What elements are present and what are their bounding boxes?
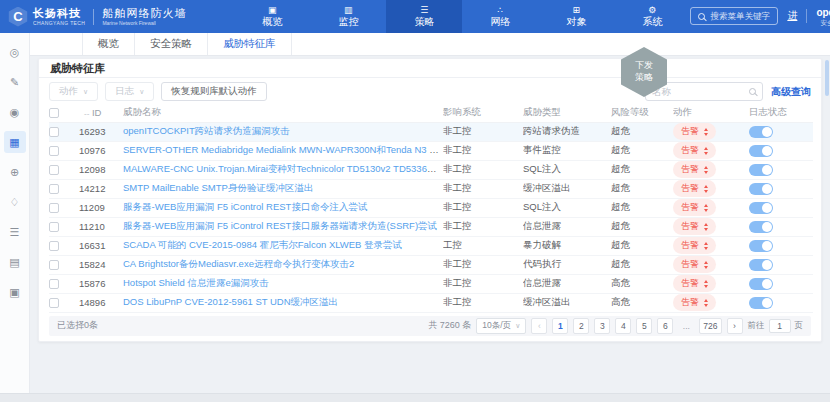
log-toggle[interactable] [749,164,773,176]
spinner-arrows-icon[interactable] [704,299,708,307]
log-toggle[interactable] [749,221,773,233]
log-toggle[interactable] [749,202,773,214]
threat-name-link[interactable]: CA Brightstor备份Mediasvr.exe远程命令执行变体攻击2 [123,258,354,269]
divider [93,9,94,25]
risk-level: 超危 [611,236,673,255]
goto-page-input[interactable] [769,319,791,333]
next-page-button[interactable]: › [727,318,743,334]
spinner-arrows-icon[interactable] [704,166,708,174]
nav-item-monitor[interactable]: ▥ 监控 [310,0,386,33]
action-select[interactable]: 告警 [673,237,716,254]
product-block: 船舶网络防火墙 Marine Network Firewall [102,7,186,26]
affected-system: 非工控 [443,141,523,160]
scrollbar-thumb[interactable] [825,60,829,96]
threat-name-link[interactable]: SERVER-OTHER Mediabridge Medialink MWN-W… [123,144,443,155]
sidebar-item-book[interactable]: ▤ [4,251,26,273]
nav-item-system[interactable]: ⚙ 系统 [614,0,690,33]
page-button-3[interactable]: 3 [594,318,610,334]
restore-default-button[interactable]: 恢复规则库默认动作 [161,82,267,101]
action-select[interactable]: 告警 [673,180,716,197]
threat-name-link[interactable]: MALWARE-CNC Unix.Trojan.Mirai变种对Technico… [123,163,443,174]
row-checkbox[interactable] [49,146,59,156]
search-icon [698,13,705,20]
page-button-2[interactable]: 2 [573,318,589,334]
log-dropdown-button[interactable]: 日志 ∨ [105,82,154,101]
action-select[interactable]: 告警 [673,256,716,273]
user-menu[interactable]: operator 安全操作员 [816,7,830,27]
row-checkbox[interactable] [49,184,59,194]
row-checkbox[interactable] [49,203,59,213]
quick-link[interactable]: 进 [787,9,797,23]
page-size-select[interactable]: 10条/页 ∨ [476,318,526,334]
tab-threat-library[interactable]: 威胁特征库 [208,33,292,55]
threat-name-link[interactable]: Hotspot Shield 信息泄露e漏洞攻击 [123,277,269,288]
menu-search[interactable] [690,7,778,25]
action-select[interactable]: 告警 [673,218,716,235]
action-select[interactable]: 告警 [673,161,716,178]
sidebar-item-shield[interactable]: ♢ [4,191,26,213]
sidebar-item-compass[interactable]: ◎ [4,41,26,63]
nav-item-objects[interactable]: ⊞ 对象 [538,0,614,33]
log-toggle[interactable] [749,183,773,195]
page-button-726[interactable]: 726 [699,318,721,334]
log-toggle[interactable] [749,297,773,309]
threat-type: 信息泄露 [523,274,611,293]
page-button-5[interactable]: 5 [636,318,652,334]
menu-search-input[interactable] [710,11,770,21]
col-affected-system: 影响系统 [443,103,523,122]
page-ellipsis[interactable]: ... [678,318,694,334]
page-button-4[interactable]: 4 [615,318,631,334]
sidebar-item-target[interactable]: ⊕ [4,161,26,183]
log-toggle[interactable] [749,259,773,271]
tab-overview[interactable]: 概览 [82,33,135,55]
name-search-input[interactable] [652,86,745,97]
spinner-arrows-icon[interactable] [704,147,708,155]
spinner-arrows-icon[interactable] [704,185,708,193]
action-dropdown-button[interactable]: 动作 ∨ [49,82,98,101]
spinner-arrows-icon[interactable] [704,223,708,231]
sidebar-item-layers[interactable]: ☰ [4,221,26,243]
row-checkbox[interactable] [49,127,59,137]
log-toggle[interactable] [749,240,773,252]
row-checkbox[interactable] [49,222,59,232]
log-toggle[interactable] [749,145,773,157]
sidebar-item-grid[interactable]: ▦ [4,131,26,153]
log-toggle[interactable] [749,126,773,138]
nav-item-policy[interactable]: ☰ 策略 [386,0,462,33]
action-select[interactable]: 告警 [673,123,716,140]
spinner-arrows-icon[interactable] [704,128,708,136]
action-select[interactable]: 告警 [673,199,716,216]
select-all-checkbox[interactable] [49,108,59,118]
action-select[interactable]: 告警 [673,142,716,159]
threat-name-link[interactable]: SMTP MailEnable SMTP身份验证缓冲区溢出 [123,182,313,193]
advanced-query-link[interactable]: 高级查询 [771,85,811,99]
threat-name-link[interactable]: SCADA 可能的 CVE-2015-0984 霍尼韦尔Falcon XLWEB… [123,239,402,250]
sidebar-item-tools[interactable]: ✎ [4,71,26,93]
spinner-arrows-icon[interactable] [704,204,708,212]
row-checkbox[interactable] [49,279,59,289]
log-toggle[interactable] [749,278,773,290]
action-select[interactable]: 告警 [673,275,716,292]
row-checkbox[interactable] [49,260,59,270]
divider [806,9,807,23]
row-checkbox[interactable] [49,165,59,175]
row-checkbox[interactable] [49,298,59,308]
threat-name-link[interactable]: DOS LibuPnP CVE-2012-5961 ST UDN缓冲区溢出 [123,296,338,307]
spinner-arrows-icon[interactable] [704,280,708,288]
action-select[interactable]: 告警 [673,294,716,311]
sidebar-item-globe[interactable]: ◉ [4,101,26,123]
threat-id: 16631 [79,236,123,255]
sidebar-item-report[interactable]: ▣ [4,281,26,303]
page-button-6[interactable]: 6 [657,318,673,334]
threat-name-link[interactable]: openITCOCKPIT跨站请求伪造漏洞攻击 [123,125,290,136]
spinner-arrows-icon[interactable] [704,261,708,269]
threat-name-link[interactable]: 服务器-WEB应用漏洞 F5 iControl REST接口命令注入尝试 [123,201,367,212]
tab-security-policy[interactable]: 安全策略 [135,33,208,55]
nav-item-overview[interactable]: ▣ 概览 [234,0,310,33]
threat-name-link[interactable]: 服务器-WEB应用漏洞 F5 iControl REST接口服务器端请求伪造(S… [123,220,437,231]
row-checkbox[interactable] [49,241,59,251]
nav-item-network[interactable]: ∴ 网络 [462,0,538,33]
page-button-1[interactable]: 1 [552,318,568,334]
prev-page-button[interactable]: ‹ [531,318,547,334]
spinner-arrows-icon[interactable] [704,242,708,250]
